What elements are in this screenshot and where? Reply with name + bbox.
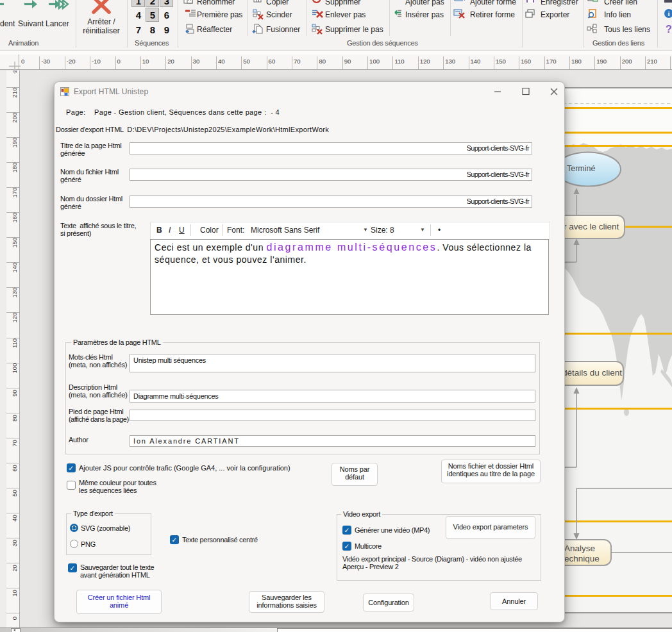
svg-text:i: i: [668, 10, 669, 17]
svg-text:echnique: echnique: [564, 554, 600, 563]
svg-text:détails du client: détails du client: [562, 368, 622, 378]
svg-text:Analyse: Analyse: [564, 544, 595, 553]
svg-text:Terminé: Terminé: [567, 164, 596, 173]
svg-text:r avec le client: r avec le client: [564, 222, 619, 231]
svg-text:?: ?: [666, 24, 672, 35]
